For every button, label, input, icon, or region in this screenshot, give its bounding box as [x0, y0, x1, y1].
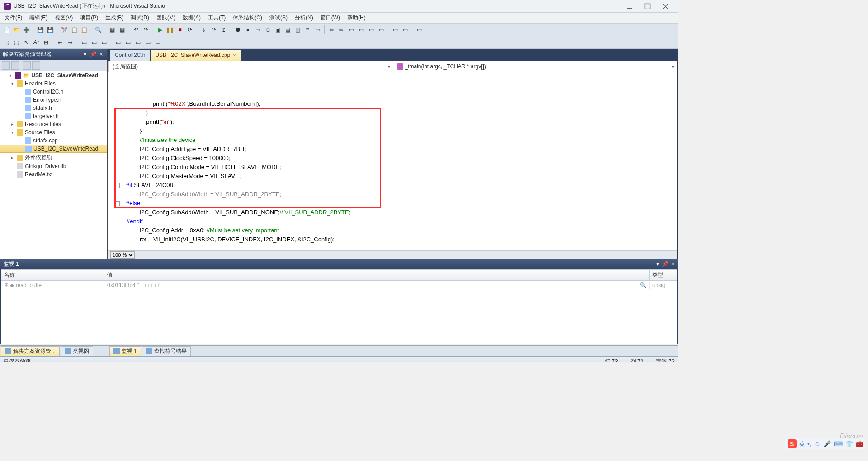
- cut-icon[interactable]: ✂️: [60, 25, 69, 34]
- fold-icon[interactable]: -: [115, 183, 120, 188]
- copy-icon[interactable]: 📋: [70, 25, 79, 34]
- scope-dropdown[interactable]: (全局范围): [109, 61, 393, 72]
- menu-item[interactable]: 工具(T): [205, 13, 228, 23]
- restart-icon[interactable]: ⟳: [185, 25, 194, 34]
- arch1-icon[interactable]: ▭: [113, 38, 123, 47]
- view3-icon[interactable]: ▭: [99, 38, 108, 47]
- menu-item[interactable]: 文件(F): [2, 13, 25, 23]
- bookmark-icon[interactable]: ⊟: [42, 38, 51, 47]
- tree-node[interactable]: Ginkgo_Driver.lib: [0, 162, 107, 170]
- se-tool3-icon[interactable]: [23, 61, 31, 70]
- code-editor[interactable]: printf("%02X",BoardInfo.SerialNumber[i])…: [108, 72, 677, 250]
- ext1-icon[interactable]: ▭: [391, 25, 400, 34]
- tree-node[interactable]: ▾📂 USB_I2C_SlaveWriteRead: [0, 71, 107, 80]
- se-tool4-icon[interactable]: [32, 61, 40, 70]
- watch-body[interactable]: ⊞ ◆ read_buffer0x0113f3d4 "□□□□□□" 🔍unsi…: [1, 281, 677, 344]
- bottom-tab[interactable]: 监视 1: [109, 346, 141, 356]
- panel-options-icon[interactable]: ▾: [82, 51, 88, 57]
- minimize-button[interactable]: [620, 1, 638, 12]
- redo-icon[interactable]: ↷: [142, 25, 151, 34]
- menu-item[interactable]: 分析(N): [292, 13, 316, 23]
- panel-close-icon[interactable]: ×: [98, 51, 104, 57]
- tree-node[interactable]: stdafx.cpp: [0, 136, 107, 145]
- se-tool2-icon[interactable]: [11, 61, 19, 70]
- stop-debug-icon[interactable]: ■: [175, 25, 184, 34]
- view1-icon[interactable]: ▭: [80, 38, 89, 47]
- step-into-icon[interactable]: ↧: [199, 25, 208, 34]
- nav-back-icon[interactable]: ⇦: [327, 25, 336, 34]
- step-out-icon[interactable]: ↥: [219, 25, 228, 34]
- watch-close-icon[interactable]: ×: [671, 261, 675, 267]
- panel-pin-icon[interactable]: 📌: [90, 51, 96, 57]
- memory-icon[interactable]: ▥: [293, 25, 302, 34]
- step-over-icon[interactable]: ↷: [209, 25, 218, 34]
- uncomment-icon[interactable]: ▦: [118, 25, 127, 34]
- win1-icon[interactable]: ▭: [347, 25, 356, 34]
- text-tool-icon[interactable]: A*: [32, 38, 41, 47]
- menu-item[interactable]: 团队(M): [154, 13, 178, 23]
- menu-item[interactable]: 编辑(E): [27, 13, 50, 23]
- se-tool1-icon[interactable]: [2, 61, 10, 70]
- win2-icon[interactable]: ▭: [357, 25, 366, 34]
- hex-icon[interactable]: ⬢: [233, 25, 242, 34]
- start-debug-icon[interactable]: ▶: [156, 25, 165, 34]
- maximize-button[interactable]: [638, 1, 656, 12]
- watch-col-type[interactable]: 类型: [650, 270, 677, 280]
- tree-node[interactable]: ControlI2C.h: [0, 88, 107, 96]
- indent-dec-icon[interactable]: ⇤: [56, 38, 65, 47]
- tree-node[interactable]: targetver.h: [0, 112, 107, 120]
- win4-icon[interactable]: ▭: [377, 25, 386, 34]
- zoom-select[interactable]: 100 %: [110, 251, 135, 259]
- editor-tab[interactable]: USB_I2C_SlaveWriteRead.cpp×: [151, 50, 240, 61]
- ext2-icon[interactable]: ▭: [401, 25, 410, 34]
- fold-icon[interactable]: -: [115, 201, 120, 206]
- watch-col-value[interactable]: 值: [104, 270, 650, 280]
- breakpoints-icon[interactable]: ●: [243, 25, 252, 34]
- tree-node[interactable]: ▾Header Files: [0, 80, 107, 88]
- tree-node[interactable]: ▾Source Files: [0, 128, 107, 136]
- solution-tree[interactable]: ▾📂 USB_I2C_SlaveWriteRead▾Header FilesCo…: [0, 71, 107, 259]
- tree-node[interactable]: ▸Resource Files: [0, 120, 107, 128]
- immediate-icon[interactable]: ▭: [253, 25, 262, 34]
- undo-icon[interactable]: ↶: [132, 25, 141, 34]
- close-button[interactable]: [656, 1, 675, 12]
- pause-debug-icon[interactable]: ❚❚: [165, 25, 175, 34]
- menu-item[interactable]: 调试(D): [128, 13, 152, 23]
- arch5-icon[interactable]: ▭: [153, 38, 162, 47]
- processes-icon[interactable]: ▤: [283, 25, 292, 34]
- watch-row[interactable]: ⊞ ◆ read_buffer0x0113f3d4 "□□□□□□" 🔍unsi…: [1, 281, 677, 290]
- pointer-icon[interactable]: ↖: [22, 38, 31, 47]
- view2-icon[interactable]: ▭: [90, 38, 99, 47]
- bottom-tab[interactable]: 解决方案资源管...: [1, 346, 60, 356]
- find-icon[interactable]: 🔍: [94, 25, 103, 34]
- editor-tab[interactable]: ControlI2C.h: [110, 50, 150, 61]
- menu-item[interactable]: 窗口(W): [318, 13, 343, 23]
- menu-item[interactable]: 测试(S): [267, 13, 290, 23]
- add-item-icon[interactable]: ➕: [22, 25, 31, 34]
- tree-node[interactable]: USB_I2C_SlaveWriteRead.: [0, 145, 107, 153]
- sel-mode-icon[interactable]: ⬚: [2, 38, 11, 47]
- watch-options-icon[interactable]: ▾: [656, 261, 659, 267]
- modules-icon[interactable]: ▣: [273, 25, 282, 34]
- comment-icon[interactable]: ▦: [108, 25, 117, 34]
- tree-node[interactable]: ▸外部依赖项: [0, 153, 107, 162]
- menu-item[interactable]: 数据(A): [180, 13, 203, 23]
- open-file-icon[interactable]: 📂: [12, 25, 21, 34]
- win3-icon[interactable]: ▭: [367, 25, 376, 34]
- menu-item[interactable]: 帮助(H): [344, 13, 368, 23]
- arch4-icon[interactable]: ▭: [143, 38, 152, 47]
- sel-mode2-icon[interactable]: ⬚: [12, 38, 21, 47]
- menu-item[interactable]: 体系结构(C): [230, 13, 265, 23]
- indent-inc-icon[interactable]: ⇥: [66, 38, 75, 47]
- arch2-icon[interactable]: ▭: [123, 38, 132, 47]
- tab-close-icon[interactable]: ×: [233, 52, 236, 58]
- menu-item[interactable]: 视图(V): [52, 13, 75, 23]
- threads-icon[interactable]: ⧉: [263, 25, 272, 34]
- watch-pin-icon[interactable]: 📌: [662, 261, 669, 267]
- disasm-icon[interactable]: ≡: [303, 25, 312, 34]
- tree-node[interactable]: stdafx.h: [0, 104, 107, 112]
- paste-icon[interactable]: 📋: [80, 25, 89, 34]
- ext3-icon[interactable]: ▭: [415, 25, 424, 34]
- arch3-icon[interactable]: ▭: [133, 38, 142, 47]
- watch-col-name[interactable]: 名称: [1, 270, 104, 280]
